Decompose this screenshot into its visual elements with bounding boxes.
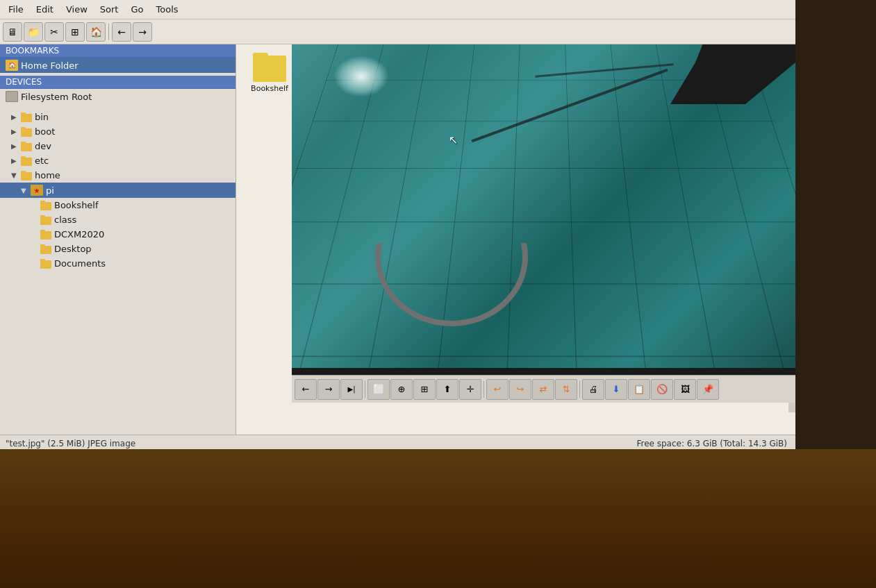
image-display [292,0,795,368]
viewer-sep-1 [365,381,365,398]
viewer-sep-3 [579,381,580,398]
sidebar-bookmarks-label: BOOKMARKS [0,44,235,58]
toolbar-show-icon[interactable]: 🖥 [3,22,22,42]
monitor-frame: File Edit View Sort Go Tools 🖥 📁 ✂ ⊞ 🏠 ←… [0,0,876,588]
tree-arrow-dev: ▶ [11,142,19,150]
viewer-sep-2 [484,381,484,398]
viewer-btn-rotright[interactable]: ↪ [509,379,531,400]
tree-label-bin: bin [35,112,49,122]
tree-item-bookshelf[interactable]: Bookshelf [0,198,235,212]
tree-arrow-etc: ▶ [11,157,19,165]
folder-icon-dcxm [40,230,51,240]
viewer-btn-copy[interactable]: 📋 [628,379,650,400]
tree-label-boot: boot [35,126,55,137]
tree-item-desktop[interactable]: Desktop [0,242,235,256]
menu-sort[interactable]: Sort [94,3,124,16]
desk-surface [0,449,876,588]
sidebar-item-home-folder[interactable]: 🏠 Home Folder [0,58,235,73]
menubar: File Edit View Sort Go Tools [0,0,795,19]
folder-icon-bin [21,112,32,122]
folder-icon-class [40,215,51,225]
cable-line [471,69,668,142]
viewer-btn-back[interactable]: ← [295,379,317,400]
toolbar-home[interactable]: 🏠 [86,22,106,42]
tree-arrow-boot: ▶ [11,128,19,135]
sidebar-devices-label: DEVICES [0,76,235,89]
folder-icon-etc [21,156,32,166]
tree-item-dev[interactable]: ▶ dev [0,139,235,153]
sidebar-filesystem-label: Filesystem Root [21,92,92,102]
tree-label-etc: etc [35,156,49,166]
tree-label-class: class [54,215,76,225]
viewer-btn-play[interactable]: ▶| [340,379,363,400]
pi-folder-icon: ★ [31,185,43,196]
sidebar-item-filesystem[interactable]: Filesystem Root [0,89,235,104]
toolbar-forward[interactable]: → [133,22,152,42]
viewer-btn-up[interactable]: ⬆ [436,379,458,400]
tree-item-pi[interactable]: ▼ ★ pi [0,183,235,198]
toolbar: 🖥 📁 ✂ ⊞ 🏠 ← → [0,19,795,44]
tree-item-class[interactable]: class [0,212,235,227]
menu-view[interactable]: View [60,3,93,16]
folder-icon-bookshelf [40,201,51,210]
home-folder-icon: 🏠 [6,60,18,71]
tree-item-etc[interactable]: ▶ etc [0,153,235,168]
image-panel: ← → ▶| ⬜ ⊕ ⊞ ⬆ ✛ ↩ ↪ ⇄ ⇅ 🖨 ⬇ 📋 🚫 🖼 [292,0,795,403]
viewer-btn-fullscreen[interactable]: 🖼 [674,379,696,400]
tree-label-home: home [35,170,60,180]
folder-icon-documents [40,259,51,269]
tree-label-bookshelf: Bookshelf [54,200,99,210]
toolbar-cut[interactable]: ✂ [44,22,64,42]
toolbar-back[interactable]: ← [112,22,131,42]
toolbar-new-folder[interactable]: 📁 [24,22,43,42]
rail-arc [375,187,528,326]
tree-label-desktop: Desktop [54,244,92,254]
file-folder-icon-bookshelf [253,53,286,82]
tree-label-dev: dev [35,141,51,151]
tree-label-dcxm: DCXM2020 [54,229,104,240]
folder-icon-dev [21,142,32,151]
tree-label-documents: Documents [54,258,106,269]
viewer-toolbar: ← → ▶| ⬜ ⊕ ⊞ ⬆ ✛ ↩ ↪ ⇄ ⇅ 🖨 ⬇ 📋 🚫 🖼 [292,375,795,403]
tree-item-boot[interactable]: ▶ boot [0,124,235,139]
viewer-btn-delete[interactable]: 🚫 [651,379,673,400]
screen: File Edit View Sort Go Tools 🖥 📁 ✂ ⊞ 🏠 ←… [0,0,795,451]
viewer-btn-save[interactable]: ⬇ [605,379,627,400]
viewer-btn-pin[interactable]: 📌 [697,379,719,400]
sidebar-home-label: Home Folder [21,60,78,71]
menu-go[interactable]: Go [125,3,149,16]
menu-edit[interactable]: Edit [31,3,59,16]
viewer-btn-move[interactable]: ✛ [459,379,481,400]
viewer-btn-zoomin[interactable]: ⊕ [390,379,413,400]
toolbar-grid[interactable]: ⊞ [65,22,85,42]
filesystem-icon [6,91,18,102]
sidebar: BOOKMARKS 🏠 Home Folder DEVICES Filesyst… [0,44,236,451]
viewer-btn-print[interactable]: 🖨 [582,379,604,400]
viewer-btn-fliph[interactable]: ⇄ [532,379,554,400]
menu-tools[interactable]: Tools [151,3,184,16]
folder-icon-desktop [40,244,51,254]
tree-arrow-bin: ▶ [11,113,19,121]
viewer-btn-rotleft[interactable]: ↩ [486,379,509,400]
tree-item-documents[interactable]: Documents [0,256,235,271]
freespace-text: Free space: 6.3 GiB (Total: 14.3 GiB) [636,439,787,448]
toolbar-separator-1 [108,24,109,40]
tree-label-pi: pi [46,185,54,196]
viewer-btn-fitwin[interactable]: ⬜ [367,379,390,400]
viewer-btn-forward[interactable]: → [317,379,340,400]
viewer-btn-flipv[interactable]: ⇅ [555,379,577,400]
viewer-btn-grid[interactable]: ⊞ [413,379,436,400]
file-item-bookshelf[interactable]: Bookshelf [242,50,297,117]
tree-arrow-home: ▼ [11,171,19,179]
menu-file[interactable]: File [3,3,29,16]
light-spot [333,56,389,97]
statusbar-text: "test.jpg" (2.5 MiB) JPEG image [6,439,135,448]
tree-arrow-pi: ▼ [21,187,29,194]
tree-item-home[interactable]: ▼ home [0,168,235,183]
folder-icon-boot [21,127,32,137]
tree-item-dcxm[interactable]: DCXM2020 [0,227,235,242]
file-label-bookshelf: Bookshelf [251,84,288,94]
tree-item-bin[interactable]: ▶ bin [0,110,235,124]
folder-icon-home [21,171,32,180]
